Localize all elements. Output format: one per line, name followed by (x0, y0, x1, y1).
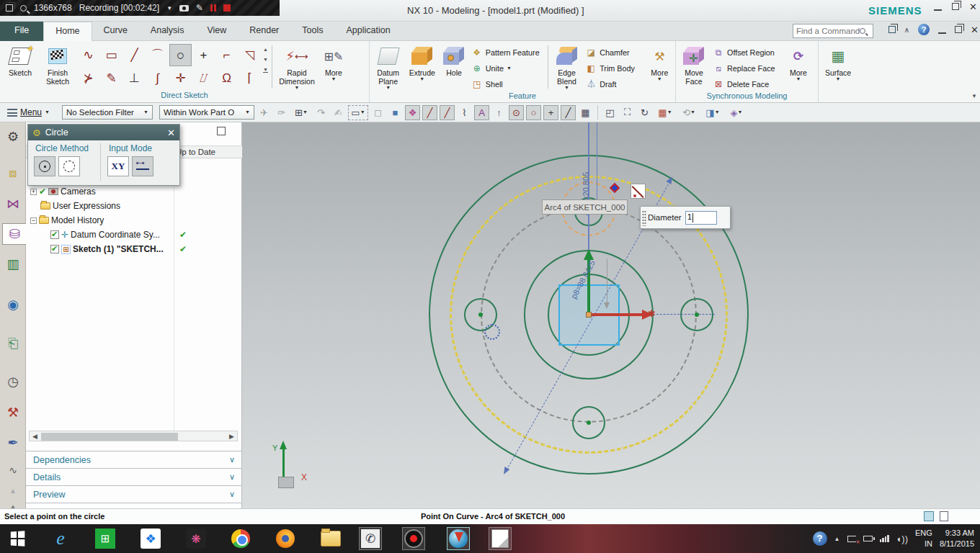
scroll-right-icon[interactable]: ▶ (226, 433, 237, 440)
clock[interactable]: 9:33 AM8/11/2015 (940, 528, 974, 549)
studio-spline-icon[interactable]: ∫ (146, 67, 169, 89)
web-browser-icon[interactable]: ◉ (2, 294, 24, 315)
screen-recorder-icon[interactable] (402, 527, 425, 550)
feature-more-button[interactable]: ⚒ More▼ (646, 42, 674, 81)
tray-help-icon[interactable]: ? (813, 531, 827, 546)
constraint-navigator-icon[interactable]: ⋈ (2, 193, 24, 215)
reuse-library-icon[interactable]: ▥ (2, 253, 24, 275)
tree-row-user-expressions[interactable]: User Expressions (26, 199, 242, 213)
notes-app-icon[interactable] (489, 527, 512, 550)
redo-region-icon[interactable]: ↷ (313, 105, 329, 120)
nx-taskbar-icon[interactable] (447, 527, 470, 550)
snap-point-toggle-icon[interactable]: ❖ (405, 105, 420, 120)
orient-view-icon[interactable]: ◨▼ (702, 105, 723, 120)
snap-mid-point-icon[interactable]: ╱ (440, 105, 455, 120)
grid-icon[interactable]: ▦ (578, 105, 593, 120)
snap-quadrant-icon[interactable]: ○ (526, 105, 541, 120)
find-command-box[interactable] (793, 24, 873, 38)
recorder-stop-icon[interactable] (223, 4, 231, 12)
surface-button[interactable]: ▦ Surface▼ (820, 42, 856, 81)
selection-scope-dropdown[interactable]: Within Work Part O▼ (159, 105, 254, 120)
history-palette-icon[interactable]: ⎗ (2, 333, 24, 354)
chamfer-button[interactable]: ◪Chamfer (583, 45, 646, 60)
diameter-input[interactable]: 1 (685, 211, 717, 225)
child-close-icon[interactable]: ✕ (971, 26, 979, 34)
tree-row-cameras[interactable]: + ✔ Cameras (26, 184, 242, 199)
line-icon[interactable]: ╱ (123, 44, 146, 66)
move-face-button[interactable]: ✛ Move Face (677, 42, 710, 86)
part-navigator-icon[interactable]: ⛁ (2, 223, 26, 245)
tree-row-model-history[interactable]: − Model History (26, 213, 242, 228)
tree-row-datum-csys[interactable]: ✛ Datum Coordinate Sy... ✔ (26, 228, 242, 242)
drag-grip-icon[interactable] (642, 210, 646, 226)
chamfer-corner-icon[interactable]: ◹ (239, 44, 261, 66)
sketch-grid-scroll[interactable]: ▲▼▼ (262, 42, 270, 73)
draft-button[interactable]: ⏃Draft (583, 77, 646, 91)
circle-center-radius-button[interactable] (34, 156, 55, 176)
snap-preview-circle[interactable] (484, 324, 500, 340)
rapid-dimension-button[interactable]: ⚡⟷ Rapid Dimension▼ (275, 42, 319, 90)
arc-fillet-icon[interactable]: Ω (215, 67, 238, 89)
make-corner-icon[interactable]: ⊥ (123, 67, 146, 89)
minimize-ribbon-icon[interactable]: ∧ (904, 26, 909, 34)
firefox-icon[interactable] (274, 527, 297, 550)
coordinate-mode-button[interactable]: XY (107, 156, 129, 176)
volume-icon[interactable]: ◖)) (896, 534, 909, 544)
snap-arc-center-icon[interactable]: ⊙ (509, 105, 524, 120)
extrude-button[interactable]: Extrude▼ (405, 42, 439, 81)
circle-three-point-button[interactable] (58, 156, 80, 176)
delete-face-button[interactable]: ⊠Delete Face (710, 77, 784, 91)
close-icon[interactable]: ✕ (969, 3, 977, 11)
move-curve-icon[interactable]: ✛ (169, 67, 192, 89)
refresh-icon[interactable]: ↻ (637, 105, 652, 120)
offset-curve-icon[interactable]: ⌰ (192, 67, 215, 89)
system-clock-icon[interactable]: ◷ (2, 371, 24, 392)
offset-region-button[interactable]: ⧉Offset Region (710, 45, 784, 60)
expander-plus-icon[interactable]: + (30, 189, 37, 195)
snap-point-on-curve-icon[interactable]: ╱ (561, 105, 576, 120)
recorder-camera-icon[interactable] (179, 5, 189, 12)
trim-icon[interactable]: ⊁ (77, 67, 99, 89)
recorder-pause-icon[interactable] (210, 4, 216, 12)
rotate-view-icon[interactable]: ⟲▼ (678, 105, 700, 120)
polygon-icon[interactable]: ⌈ (239, 67, 261, 89)
selection-filter-dropdown[interactable]: No Selection Filter▼ (62, 105, 153, 120)
circle-icon[interactable]: ○ (169, 44, 192, 66)
fillet-icon[interactable]: ⌐ (215, 44, 238, 66)
dependencies-panel[interactable]: Dependencies∨ (26, 451, 242, 468)
tab-home[interactable]: Home (43, 22, 92, 41)
origin-point[interactable] (586, 312, 592, 318)
scroll-left-icon[interactable]: ◀ (30, 433, 40, 440)
dropbox-icon[interactable]: ❖ (139, 527, 162, 550)
tab-curve[interactable]: Curve (92, 22, 139, 41)
action-center-flag-icon[interactable] (847, 536, 856, 542)
recorder-dropdown-icon[interactable]: ▼ (166, 5, 172, 12)
recorder-zoom-icon[interactable] (20, 5, 27, 12)
tab-file[interactable]: File (0, 22, 43, 41)
tab-analysis[interactable]: Analysis (139, 22, 196, 41)
checkbox-checked-icon[interactable] (50, 245, 59, 253)
tab-render[interactable]: Render (238, 22, 290, 41)
sketch-more-button[interactable]: ⊞✎ More▼ (319, 42, 348, 81)
parameter-mode-button[interactable] (132, 156, 153, 176)
navigator-float-icon[interactable] (217, 127, 226, 135)
hole-button[interactable]: Hole (439, 42, 468, 77)
windows-store-icon[interactable]: ⊞ (94, 527, 117, 550)
pattern-feature-button[interactable]: ❖Pattern Feature (469, 45, 545, 60)
child-minimize-icon[interactable] (938, 26, 946, 34)
datum-plane-button[interactable]: Datum Plane▼ (371, 42, 405, 90)
battery-icon[interactable] (863, 536, 873, 541)
snap-intersection-icon[interactable]: A (474, 105, 489, 120)
vertical-dimension-label[interactable]: p10=20.805 (582, 146, 590, 240)
point-icon[interactable]: + (192, 44, 215, 66)
shell-button[interactable]: ◳Shell (469, 77, 545, 91)
start-button[interactable] (6, 527, 29, 550)
tab-tools[interactable]: Tools (290, 22, 334, 41)
chrome-icon[interactable] (229, 527, 252, 550)
show-hidden-icons[interactable]: ▲ (834, 536, 840, 542)
sync-more-button[interactable]: ⟳ More▼ (784, 42, 813, 81)
recorder-pencil-icon[interactable]: ✎ (196, 3, 203, 13)
language-indicator[interactable]: ENGIN (915, 528, 932, 549)
clipboard-active-icon[interactable] (924, 511, 934, 521)
tab-application[interactable]: Application (334, 22, 401, 41)
